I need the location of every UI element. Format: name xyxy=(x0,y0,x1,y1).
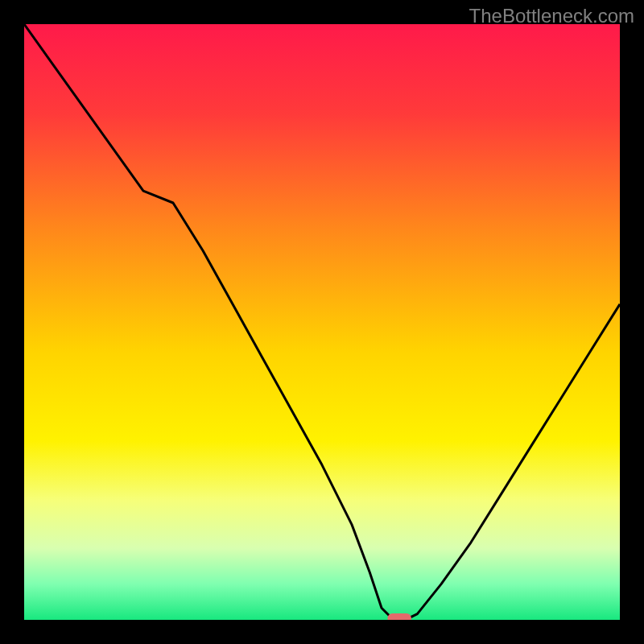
chart-svg xyxy=(24,24,620,620)
gradient-background xyxy=(24,24,620,620)
chart-container xyxy=(24,24,620,620)
watermark-text: TheBottleneck.com xyxy=(469,5,634,27)
optimal-marker xyxy=(387,613,411,620)
